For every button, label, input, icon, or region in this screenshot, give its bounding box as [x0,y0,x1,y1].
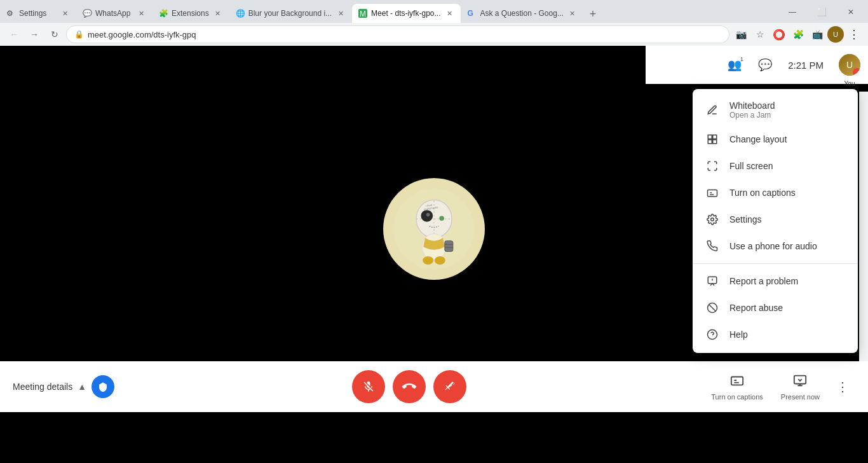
close-button[interactable]: ✕ [836,3,865,22]
browser-chrome: ⚙ Settings ✕ 💬 WhatsApp ✕ 🧩 Extensions ✕… [0,0,868,46]
time-display: 2:21 PM [788,60,824,71]
url-bar[interactable]: 🔒 meet.google.com/dts-iyfk-gpq [66,25,729,43]
whatsapp-favicon: 💬 [83,9,92,18]
video-off-button[interactable] [433,370,466,403]
present-now-icon [793,373,807,390]
captions-content: Turn on captions [729,188,796,198]
address-bar: ← → ↻ 🔒 meet.google.com/dts-iyfk-gpq 📷 ☆… [0,23,868,46]
forward-button[interactable]: → [25,25,43,43]
tab-settings-close[interactable]: ✕ [60,8,70,18]
more-options-button[interactable]: ⋮ [830,374,855,399]
report-problem-content: Report a problem [729,276,798,286]
svg-rect-25 [731,377,743,385]
participants-button[interactable]: 👥 1 [722,52,747,78]
menu-divider [693,263,858,264]
shield-button[interactable] [92,375,114,398]
report-abuse-title: Report abuse [729,303,783,313]
menu-item-whiteboard[interactable]: Whiteboard Open a Jam [693,94,858,126]
tab-blur-title: Blur your Background i... [248,9,332,18]
svg-point-6 [439,216,444,220]
captions-bottom-icon [730,373,744,390]
chat-icon: 💬 [758,58,772,72]
settings-menu-content: Settings [729,214,762,225]
menu-item-report-problem[interactable]: Report a problem [693,268,858,294]
scrollbar[interactable] [859,92,868,361]
settings-menu-title: Settings [729,214,762,225]
reload-button[interactable]: ↻ [46,25,64,43]
menu-icon[interactable]: ⋮ [845,25,863,43]
new-tab-button[interactable]: + [584,5,602,23]
phone-audio-title: Use a phone for audio [729,241,817,251]
toolbar-icons: 📷 ☆ ⭕ 🧩 📺 U ⋮ [732,25,863,43]
present-now-button[interactable]: Present now [773,368,827,406]
tab-extensions-close[interactable]: ✕ [213,8,223,18]
settings-menu-icon [705,212,719,226]
help-content: Help [729,329,748,340]
change-layout-icon [705,132,719,146]
menu-item-help[interactable]: Help [693,321,858,348]
you-label: You [844,80,855,87]
character-illustration: i love nightmares [390,184,478,273]
tab-extensions[interactable]: 🧩 Extensions ✕ [153,4,229,23]
svg-point-9 [435,256,445,265]
minimize-button[interactable]: — [778,3,807,22]
svg-rect-15 [708,135,712,139]
meet-favicon: M [358,9,367,18]
menu-item-report-abuse[interactable]: Report abuse [693,294,858,321]
tab-whatsapp-close[interactable]: ✕ [136,8,146,18]
present-now-label: Present now [781,393,820,401]
change-layout-title: Change layout [729,134,787,144]
report-abuse-icon [705,301,719,315]
tab-whatsapp[interactable]: 💬 WhatsApp ✕ [76,4,153,23]
report-problem-title: Report a problem [729,276,798,286]
whiteboard-content: Whiteboard Open a Jam [729,100,775,120]
report-problem-icon [705,274,719,288]
meet-header: 👥 1 💬 2:21 PM U 🚫 You [646,46,868,84]
help-title: Help [729,329,748,340]
meeting-details-button[interactable]: Meeting details ▲ [13,382,86,392]
whiteboard-icon [705,103,719,117]
svg-rect-10 [445,241,453,252]
mute-button[interactable] [352,370,385,403]
cast-icon[interactable]: 📺 [808,25,826,43]
tab-meet[interactable]: M Meet - dts-iyfk-gpo... ✕ [352,4,461,23]
svg-rect-16 [713,135,717,139]
askq-favicon: G [467,9,476,18]
bookmark-icon[interactable]: ☆ [751,25,769,43]
video-icon[interactable]: 📷 [732,25,750,43]
tab-blur[interactable]: 🌐 Blur your Background i... ✕ [229,4,352,23]
svg-line-23 [709,305,716,312]
captions-bottom-button[interactable]: Turn on captions [703,368,771,406]
chevron-up-icon: ▲ [78,382,86,392]
menu-item-change-layout[interactable]: Change layout [693,126,858,153]
end-call-button[interactable] [393,370,426,403]
tab-settings[interactable]: ⚙ Settings ✕ [0,4,76,23]
window-controls: — ⬜ ✕ [778,3,868,23]
blur-favicon: 🌐 [236,9,245,18]
menu-item-settings[interactable]: Settings [693,206,858,233]
svg-rect-18 [713,140,717,144]
extensions-icon[interactable]: 🧩 [789,25,807,43]
tab-askq[interactable]: G Ask a Question - Goog... ✕ [461,4,583,23]
menu-item-fullscreen[interactable]: Full screen [693,153,858,179]
maximize-button[interactable]: ⬜ [807,3,836,22]
user-avatar[interactable]: U 🚫 [839,54,860,76]
menu-item-captions[interactable]: Turn on captions [693,179,858,206]
tab-askq-title: Ask a Question - Goog... [480,9,563,18]
tab-meet-title: Meet - dts-iyfk-gpo... [371,9,440,18]
url-text: meet.google.com/dts-iyfk-gpq [88,30,196,39]
svg-rect-17 [708,140,712,144]
svg-point-5 [426,213,430,217]
chat-button[interactable]: 💬 [752,52,778,78]
opera-icon[interactable]: ⭕ [770,25,788,43]
meet-content-area: 👥 1 💬 2:21 PM U 🚫 You [0,46,868,412]
profile-avatar[interactable]: U [827,26,844,43]
tab-blur-close[interactable]: ✕ [336,8,346,18]
tab-askq-close[interactable]: ✕ [567,8,578,18]
svg-rect-19 [708,190,717,197]
back-button[interactable]: ← [5,25,23,43]
tab-meet-close[interactable]: ✕ [444,8,454,18]
participants-icon: 👥 [728,58,742,72]
menu-item-phone-audio[interactable]: Use a phone for audio [693,233,858,259]
tab-extensions-title: Extensions [172,9,209,18]
